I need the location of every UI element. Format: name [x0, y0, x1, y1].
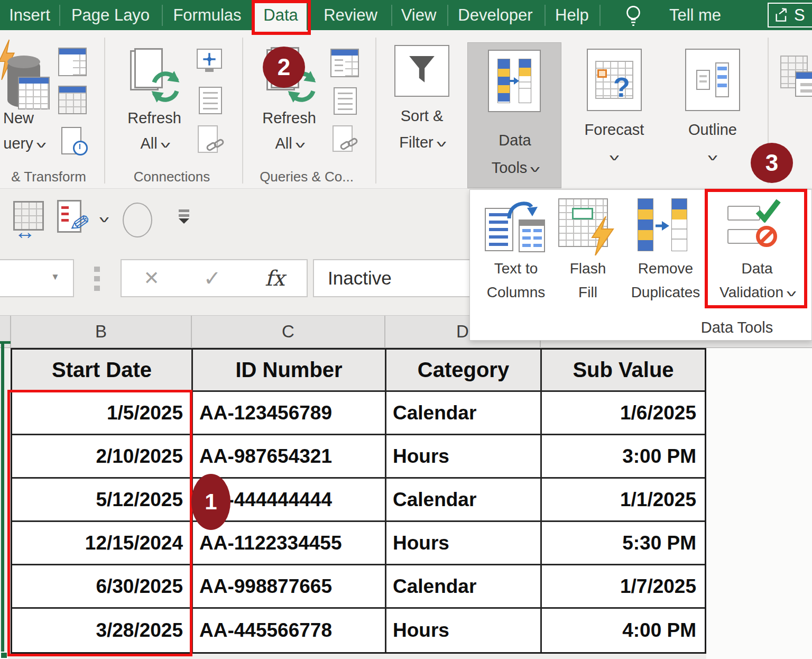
chevron-down-icon: v	[437, 138, 446, 149]
group-label-queries-connections: Queries & Co...	[239, 169, 374, 185]
cell-sub-value[interactable]: 1/1/2025	[542, 479, 705, 522]
lightbulb-icon	[623, 4, 644, 30]
chevron-down-icon[interactable]: v	[99, 214, 109, 224]
selection-border-top	[0, 341, 11, 344]
cell-category[interactable]: Calendar	[386, 479, 542, 522]
existing-connections-icon[interactable]	[60, 127, 89, 155]
refresh-all-label-line1[interactable]: Refresh	[117, 109, 191, 127]
new-query-label-text: uery	[3, 135, 33, 152]
tab-insert[interactable]: Insert	[4, 0, 55, 30]
tab-formulas[interactable]: Formulas	[166, 0, 248, 30]
step-badge-1: 1	[191, 474, 230, 530]
chevron-down-icon: v	[610, 152, 619, 162]
remove-duplicates-button[interactable]: Remove Duplicates	[619, 190, 712, 340]
tab-developer[interactable]: Developer	[450, 0, 540, 30]
outline-label[interactable]: Outline	[670, 121, 755, 139]
new-query-label-line1[interactable]: New	[0, 109, 41, 127]
step-badge-3: 3	[751, 143, 793, 183]
qat-more-controls[interactable]	[179, 209, 189, 224]
forecast-label[interactable]: Forecast	[570, 121, 659, 139]
shape-oval-icon[interactable]	[123, 203, 152, 237]
forecast-icon: ?	[595, 61, 633, 99]
queries-connections-pane-icon[interactable]	[330, 49, 359, 77]
excel-window: Insert Page Layo Formulas Data Review Vi…	[0, 0, 812, 659]
cell-sub-value[interactable]: 3:00 PM	[542, 435, 705, 479]
sort-filter-button[interactable]	[394, 45, 449, 97]
cell-id-number[interactable]: AA-445566778	[193, 609, 386, 652]
table-header-cell[interactable]: Sub Value	[542, 350, 705, 392]
cell-category[interactable]: Calendar	[386, 565, 542, 609]
tell-me-button[interactable]: Tell me	[656, 0, 735, 30]
selection-border	[1, 341, 4, 656]
forecast-button[interactable]: ?	[587, 49, 642, 111]
refresh-all-queries-text: All	[275, 135, 292, 152]
tab-divider	[59, 5, 60, 26]
query-properties-icon[interactable]	[331, 87, 360, 116]
cell-sub-value[interactable]: 1/7/2025	[542, 565, 705, 609]
new-query-label-line2[interactable]: ueryv	[0, 135, 53, 152]
outline-button[interactable]	[685, 49, 740, 111]
refresh-all-queries-label-line2[interactable]: Allv	[255, 135, 324, 152]
selection-fill-handle[interactable]	[0, 652, 8, 659]
forecast-chevron[interactable]: v	[570, 148, 659, 165]
cell-category[interactable]: Hours	[386, 609, 542, 652]
column-header-c[interactable]: C	[191, 316, 385, 349]
form-edit-icon[interactable]: ✎	[57, 199, 94, 240]
table-header-cell[interactable]: Category	[386, 350, 542, 392]
cell-category[interactable]: Hours	[386, 522, 542, 565]
chevron-down-icon: v	[296, 139, 305, 150]
table-header-cell[interactable]: ID Number	[193, 350, 386, 392]
from-table-icon[interactable]	[58, 86, 87, 114]
tab-divider	[162, 5, 163, 26]
cell-category[interactable]: Calendar	[386, 392, 542, 435]
refresh-all-queries-label-line1[interactable]: Refresh	[255, 109, 324, 127]
cell-sub-value[interactable]: 4:00 PM	[542, 609, 705, 652]
enter-icon[interactable]: ✓	[204, 266, 222, 290]
cancel-icon[interactable]: ✕	[143, 267, 159, 289]
flyout-group-label: Data Tools	[666, 319, 808, 336]
sheet-empty-area	[706, 348, 812, 659]
cell-id-number[interactable]: AA-987654321	[193, 435, 386, 479]
refresh-all-label-line2[interactable]: Allv	[117, 135, 191, 152]
text-to-columns-icon	[485, 198, 547, 253]
tab-view[interactable]: View	[394, 0, 443, 30]
properties-icon[interactable]	[196, 48, 224, 76]
data-tools-icon	[488, 50, 541, 112]
cell-sub-value[interactable]: 1/6/2025	[542, 392, 705, 435]
share-button[interactable]: S	[768, 3, 812, 28]
step-badge-2: 2	[263, 47, 305, 88]
new-query-icon[interactable]	[4, 56, 42, 111]
autofit-column-icon[interactable]: ↔	[13, 201, 48, 241]
text-to-columns-label-line2: Columns	[476, 280, 556, 304]
name-box-dropdown-icon[interactable]: ▼	[51, 272, 60, 282]
column-header-b[interactable]: B	[11, 316, 191, 349]
cell-category[interactable]: Hours	[386, 435, 542, 479]
cell-id-number[interactable]: AA-998877665	[193, 565, 386, 609]
text-to-columns-button[interactable]: Text to Columns	[476, 190, 556, 340]
tab-divider	[545, 5, 546, 26]
workbook-connections-icon[interactable]	[197, 87, 225, 115]
cell-id-number[interactable]: AA-123456789	[193, 392, 386, 435]
share-icon	[773, 7, 790, 24]
ribbon-data-tab-content: New ueryv & Transform Refresh Allv	[0, 30, 812, 189]
flash-fill-button[interactable]: Flash Fill	[553, 190, 622, 340]
cell-sub-value[interactable]: 5:30 PM	[542, 522, 705, 565]
tab-review[interactable]: Review	[316, 0, 385, 30]
tab-page-layout[interactable]: Page Layo	[63, 0, 158, 30]
recent-sources-icon[interactable]	[58, 48, 87, 76]
refresh-all-connections-icon[interactable]	[130, 48, 184, 105]
sort-filter-label-line1[interactable]: Sort &	[383, 107, 461, 125]
data-tools-ribbon-button[interactable]: Data Toolsv	[467, 42, 561, 188]
name-box[interactable]: ▼	[0, 259, 74, 297]
cell-id-number[interactable]: AA-1122334455	[193, 522, 386, 565]
tab-divider	[447, 5, 448, 26]
edit-links-icon[interactable]	[197, 125, 225, 154]
table-header-cell[interactable]: Start Date	[12, 350, 193, 392]
sort-filter-label-line2[interactable]: Filterv	[383, 134, 461, 151]
chevron-down-icon: v	[161, 139, 170, 150]
partial-ribbon-icon	[780, 56, 812, 103]
edit-links-queries-icon[interactable]	[331, 125, 360, 154]
outline-chevron[interactable]: v	[670, 148, 755, 165]
insert-function-icon[interactable]: fx	[265, 266, 284, 290]
tab-help[interactable]: Help	[548, 0, 596, 30]
